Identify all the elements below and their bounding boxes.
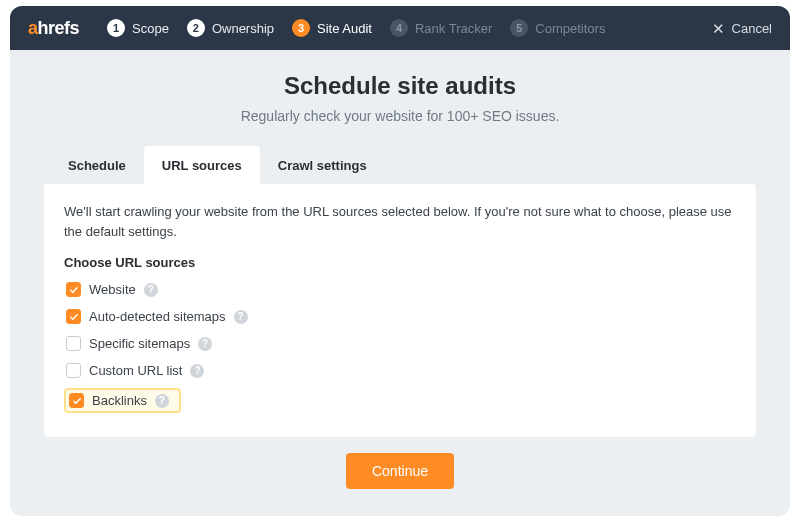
brand-logo: ahrefs — [28, 18, 79, 39]
option-backlinks[interactable]: Backlinks? — [64, 388, 181, 413]
help-icon[interactable]: ? — [234, 310, 248, 324]
help-icon[interactable]: ? — [190, 364, 204, 378]
step-site-audit[interactable]: 3Site Audit — [292, 19, 372, 37]
page-subtitle: Regularly check your website for 100+ SE… — [241, 108, 560, 124]
option-label: Custom URL list — [89, 363, 182, 378]
brand-logo-accent: a — [28, 18, 38, 38]
tab-strip: ScheduleURL sourcesCrawl settings — [44, 146, 756, 184]
step-label: Site Audit — [317, 21, 372, 36]
step-number-badge: 1 — [107, 19, 125, 37]
checkbox[interactable] — [66, 363, 81, 378]
options-list: Website?Auto-detected sitemaps?Specific … — [64, 280, 736, 421]
checkbox[interactable] — [66, 309, 81, 324]
tab-url-sources[interactable]: URL sources — [144, 146, 260, 184]
option-auto-detected-sitemaps[interactable]: Auto-detected sitemaps? — [64, 307, 736, 326]
close-icon: ✕ — [712, 21, 725, 36]
tab-panel-url-sources: We'll start crawling your website from t… — [44, 184, 756, 437]
step-label: Ownership — [212, 21, 274, 36]
app-window: ahrefs 1Scope2Ownership3Site Audit4Rank … — [10, 6, 790, 516]
option-label: Auto-detected sitemaps — [89, 309, 226, 324]
step-competitors[interactable]: 5Competitors — [510, 19, 605, 37]
option-label: Specific sitemaps — [89, 336, 190, 351]
step-label: Rank Tracker — [415, 21, 492, 36]
checkbox[interactable] — [66, 282, 81, 297]
footer: Continue — [44, 437, 756, 489]
tab-schedule[interactable]: Schedule — [50, 146, 144, 184]
page-title: Schedule site audits — [284, 72, 516, 100]
cancel-button[interactable]: ✕ Cancel — [712, 21, 772, 36]
wizard-steps: 1Scope2Ownership3Site Audit4Rank Tracker… — [107, 19, 712, 37]
help-icon[interactable]: ? — [144, 283, 158, 297]
option-label: Backlinks — [92, 393, 147, 408]
step-number-badge: 4 — [390, 19, 408, 37]
cancel-label: Cancel — [732, 21, 772, 36]
help-icon[interactable]: ? — [198, 337, 212, 351]
step-number-badge: 5 — [510, 19, 528, 37]
checkbox[interactable] — [69, 393, 84, 408]
step-scope[interactable]: 1Scope — [107, 19, 169, 37]
main-content: Schedule site audits Regularly check you… — [10, 50, 790, 516]
step-label: Competitors — [535, 21, 605, 36]
option-label: Website — [89, 282, 136, 297]
step-rank-tracker[interactable]: 4Rank Tracker — [390, 19, 492, 37]
step-ownership[interactable]: 2Ownership — [187, 19, 274, 37]
help-icon[interactable]: ? — [155, 394, 169, 408]
option-custom-url-list[interactable]: Custom URL list? — [64, 361, 736, 380]
step-label: Scope — [132, 21, 169, 36]
brand-logo-rest: hrefs — [38, 18, 80, 38]
option-specific-sitemaps[interactable]: Specific sitemaps? — [64, 334, 736, 353]
top-bar: ahrefs 1Scope2Ownership3Site Audit4Rank … — [10, 6, 790, 50]
tab-crawl-settings[interactable]: Crawl settings — [260, 146, 385, 184]
option-website[interactable]: Website? — [64, 280, 736, 299]
options-group-label: Choose URL sources — [64, 255, 736, 270]
step-number-badge: 3 — [292, 19, 310, 37]
step-number-badge: 2 — [187, 19, 205, 37]
continue-button[interactable]: Continue — [346, 453, 454, 489]
checkbox[interactable] — [66, 336, 81, 351]
panel-description: We'll start crawling your website from t… — [64, 202, 736, 241]
